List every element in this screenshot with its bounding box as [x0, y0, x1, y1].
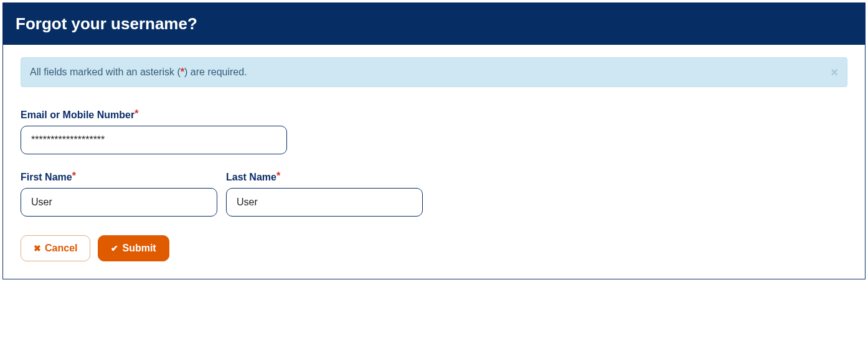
last-name-field[interactable]	[226, 188, 423, 217]
row-email: Email or Mobile Number*	[21, 110, 847, 154]
group-last-name: Last Name*	[226, 172, 423, 217]
alert-text-after: ) are required.	[184, 67, 247, 77]
required-marker: *	[276, 171, 280, 181]
cancel-button-label: Cancel	[45, 243, 77, 253]
first-name-field[interactable]	[21, 188, 217, 217]
forgot-username-panel: Forgot your username? All fields marked …	[2, 2, 866, 279]
alert-text-before: All fields marked with an asterisk (	[30, 67, 181, 77]
submit-button-label: Submit	[122, 243, 156, 253]
cancel-button[interactable]: Cancel	[21, 235, 90, 261]
required-marker: *	[134, 108, 138, 119]
submit-button[interactable]: Submit	[98, 235, 169, 261]
button-row: Cancel Submit	[21, 235, 847, 261]
label-last-name: Last Name*	[226, 172, 423, 183]
required-info-alert: All fields marked with an asterisk (*) a…	[21, 57, 847, 87]
panel-header: Forgot your username?	[3, 3, 865, 45]
label-first-name-text: First Name	[21, 172, 72, 182]
row-names: First Name* Last Name*	[21, 172, 847, 217]
page-title: Forgot your username?	[16, 14, 852, 34]
close-icon[interactable]: ×	[831, 66, 838, 78]
group-first-name: First Name*	[21, 172, 217, 217]
label-first-name: First Name*	[21, 172, 217, 183]
check-icon	[111, 243, 118, 253]
group-email: Email or Mobile Number*	[21, 110, 287, 154]
email-field[interactable]	[21, 126, 287, 154]
required-marker: *	[72, 171, 76, 181]
label-email: Email or Mobile Number*	[21, 110, 287, 121]
x-icon	[34, 243, 41, 253]
label-last-name-text: Last Name	[226, 172, 276, 182]
panel-body: All fields marked with an asterisk (*) a…	[3, 45, 865, 279]
label-email-text: Email or Mobile Number	[21, 110, 134, 120]
